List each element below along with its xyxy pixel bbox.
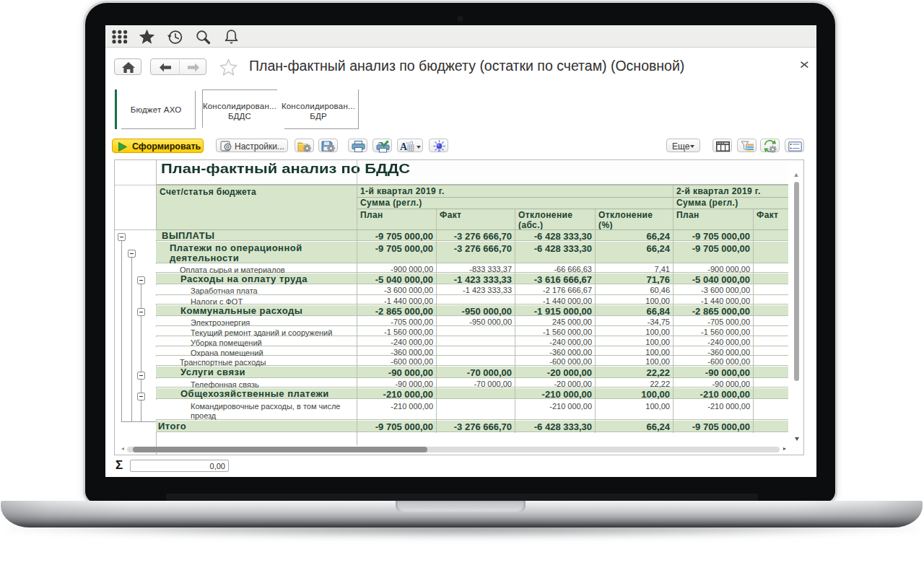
svg-text:A: A	[400, 141, 408, 152]
